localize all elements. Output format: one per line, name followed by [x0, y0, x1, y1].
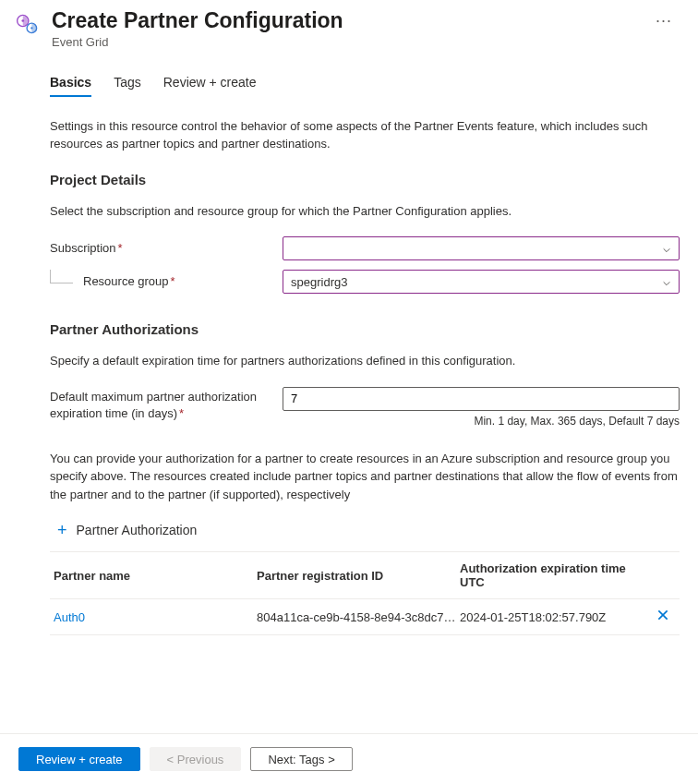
page-subtitle: Event Grid: [52, 35, 637, 49]
page-title: Create Partner Configuration: [52, 7, 637, 35]
chevron-down-icon: [662, 244, 671, 253]
wizard-footer: Review + create < Previous Next: Tags >: [0, 733, 698, 784]
tab-tags[interactable]: Tags: [114, 75, 141, 97]
partner-auth-heading: Partner Authorizations: [50, 321, 680, 337]
expiry-input[interactable]: [283, 387, 680, 411]
previous-button: < Previous: [150, 747, 242, 771]
partner-auth-paragraph: You can provide your authorization for a…: [50, 450, 680, 504]
intro-text: Settings in this resource control the be…: [50, 117, 680, 153]
expiry-hint: Min. 1 day, Max. 365 days, Default 7 day…: [283, 415, 680, 428]
table-row: Auth0 804a11ca-ce9b-4158-8e94-3c8dc7… 20…: [50, 599, 680, 635]
partner-auth-table: Partner name Partner registration ID Aut…: [50, 551, 680, 635]
col-partner-regid: Partner registration ID: [257, 569, 460, 583]
expiry-label: Default maximum partner authorization ex…: [50, 387, 283, 422]
svg-point-3: [30, 27, 32, 29]
project-details-heading: Project Details: [50, 172, 680, 187]
close-icon: [656, 609, 669, 624]
review-create-button[interactable]: Review + create: [18, 747, 140, 771]
more-actions-button[interactable]: ···: [648, 7, 680, 34]
add-partner-authorization-button[interactable]: + Partner Authorization: [50, 513, 680, 551]
tab-strip: Basics Tags Review + create: [50, 75, 680, 97]
col-partner-name: Partner name: [54, 569, 257, 583]
resource-group-value: spegridrg3: [291, 275, 347, 289]
subscription-label: Subscription*: [50, 240, 283, 257]
svg-point-2: [21, 19, 24, 22]
chevron-down-icon: [662, 277, 671, 286]
col-auth-exp: Authorization expiration time UTC: [460, 561, 650, 589]
tab-basics[interactable]: Basics: [50, 75, 91, 97]
next-button[interactable]: Next: Tags >: [250, 747, 352, 771]
tab-review-create[interactable]: Review + create: [163, 75, 257, 97]
event-grid-icon: [15, 11, 41, 37]
resource-group-label: Resource group*: [50, 273, 283, 290]
add-partner-authorization-label: Partner Authorization: [77, 523, 198, 537]
partner-name-link[interactable]: Auth0: [54, 610, 257, 624]
partner-exp-value: 2024-01-25T18:02:57.790Z: [460, 610, 650, 624]
subscription-select[interactable]: [283, 236, 680, 260]
remove-row-button[interactable]: [650, 609, 676, 625]
partner-regid-value: 804a11ca-ce9b-4158-8e94-3c8dc7…: [257, 610, 460, 624]
partner-auth-desc: Specify a default expiration time for pa…: [50, 352, 680, 370]
resource-group-select[interactable]: spegridrg3: [283, 270, 680, 294]
plus-icon: +: [57, 522, 67, 538]
project-details-desc: Select the subscription and resource gro…: [50, 202, 680, 221]
